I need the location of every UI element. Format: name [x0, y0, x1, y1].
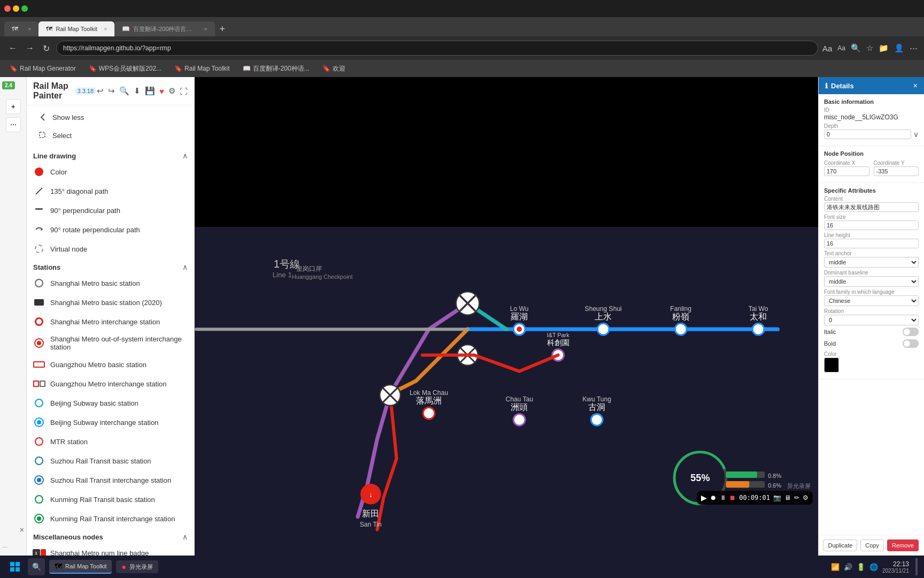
bookmark-rail-map-gen[interactable]: 🔖 Rail Map Generator — [6, 64, 79, 73]
sz-basic-tool[interactable]: Suzhou Rail Transit basic station — [27, 451, 194, 470]
map-area[interactable]: 港铁未来发展线路图 System Map bilibili~南方地铁 1号線 L… — [195, 77, 818, 556]
coord-y-input[interactable] — [874, 166, 919, 176]
play-icon[interactable]: ▶ — [701, 493, 707, 502]
bold-toggle[interactable] — [903, 339, 919, 348]
stations-toggle-icon[interactable]: ∧ — [182, 263, 188, 271]
save-icon[interactable]: 💾 — [145, 86, 155, 96]
video-controls[interactable]: ▶ ⏺ ⏸ ⏹ 00:09:01 📷 🖥 ✏ ⚙ — [697, 491, 813, 505]
station-fanling-dot[interactable] — [675, 323, 687, 335]
back-button[interactable]: ← — [6, 41, 19, 55]
redo-icon[interactable]: ↪ — [108, 86, 115, 96]
maximize-btn[interactable] — [21, 5, 28, 12]
content-input[interactable] — [824, 202, 919, 212]
sh-oos-tool[interactable]: Shanghai Metro out-of-system interchange… — [27, 331, 194, 355]
station-kwutung-dot[interactable] — [591, 414, 603, 425]
zoom-icon[interactable]: 🔍 — [119, 86, 129, 96]
close-btn[interactable] — [4, 5, 11, 12]
screenshot-icon[interactable]: 🖥 — [784, 494, 791, 501]
favorite-icon[interactable]: ☆ — [866, 43, 873, 53]
refresh-button[interactable]: ↻ — [41, 41, 52, 56]
tab-close-icon[interactable]: × — [28, 26, 31, 32]
record-icon[interactable]: ⏺ — [710, 494, 717, 501]
station-taiwo-dot[interactable] — [752, 323, 764, 335]
bj-basic-tool[interactable]: Beijing Subway basic station — [27, 393, 194, 413]
italic-toggle[interactable] — [903, 328, 919, 336]
bookmark-rmt[interactable]: 🔖 Rail Map Toolkit — [171, 64, 233, 73]
dominant-baseline-select[interactable]: middle auto hanging — [824, 276, 919, 287]
edit-icon[interactable]: ✏ — [794, 494, 799, 501]
remove-button[interactable]: Remove — [887, 539, 919, 551]
sh-basic-station-tool[interactable]: Shanghai Metro basic station — [27, 273, 194, 293]
details-close-icon[interactable]: × — [913, 81, 918, 90]
font-size-input[interactable] — [824, 220, 919, 230]
search-icon[interactable]: 🔍 — [851, 43, 861, 53]
sz-interchange-tool[interactable]: Suzhou Rail Transit interchange station — [27, 470, 194, 490]
station-sheungshui-dot[interactable] — [597, 323, 609, 335]
wifi-tray-icon[interactable]: 📶 — [831, 563, 840, 571]
undo-icon[interactable]: ↩ — [97, 86, 104, 96]
taskbar-search-icon[interactable]: 🔍 — [28, 558, 45, 575]
more-options-button[interactable]: ⋯ — [6, 117, 21, 132]
station-chautau-dot[interactable] — [513, 414, 525, 425]
tab-close-2-icon[interactable]: × — [204, 26, 207, 32]
km-basic-tool[interactable]: Kunming Rail Transit basic station — [27, 490, 194, 509]
gz-basic-tool[interactable]: Guangzhou Metro basic station — [27, 355, 194, 374]
text-anchor-select[interactable]: middle start end — [824, 257, 919, 268]
close-left-panel-icon[interactable]: × — [20, 526, 24, 534]
tab-close-active-icon[interactable]: × — [104, 26, 107, 32]
profile-icon[interactable]: 👤 — [894, 43, 904, 53]
sh-num-badge-tool[interactable]: 1 Shanghai Metro num line badge — [27, 543, 194, 556]
coord-x-input[interactable] — [824, 166, 869, 176]
km-interchange-tool[interactable]: Kunming Rail Transit interchange station — [27, 509, 194, 528]
show-less-button[interactable]: Show less — [33, 109, 188, 126]
color-swatch[interactable] — [824, 358, 839, 372]
collections-icon[interactable]: 📁 — [879, 43, 889, 53]
forward-button[interactable]: → — [24, 41, 36, 55]
duplicate-button[interactable]: Duplicate — [823, 539, 857, 551]
add-button[interactable]: + — [6, 99, 21, 114]
copy-button[interactable]: Copy — [860, 539, 884, 551]
taskbar-app-rmt[interactable]: 🗺 Rail Map Toolkit — [49, 560, 112, 574]
show-desktop-button[interactable] — [915, 558, 918, 575]
network-tray-icon[interactable]: 🌐 — [869, 563, 878, 571]
font-family-lang-select[interactable]: Chinese English Japanese — [824, 295, 919, 306]
line-drawing-toggle-icon[interactable]: ∧ — [182, 151, 188, 160]
heart-icon[interactable]: ♥ — [159, 87, 164, 96]
sound-tray-icon[interactable]: 🔊 — [844, 563, 852, 571]
more-icon[interactable]: ⋯ — [910, 43, 918, 53]
bookmark-welcome[interactable]: 🔖 欢迎 — [319, 63, 349, 74]
translate-icon[interactable]: Aa — [822, 44, 832, 53]
line-height-input[interactable] — [824, 239, 919, 248]
select-button[interactable]: Select — [33, 127, 188, 144]
expand-icon[interactable]: ⛶ — [180, 87, 188, 96]
pause-icon[interactable]: ⏸ — [720, 494, 726, 501]
rotation-select[interactable]: 0 90 180 270 — [824, 315, 919, 325]
windows-start-icon[interactable] — [6, 558, 24, 575]
virtual-node-tool[interactable]: Virtual node — [27, 239, 194, 258]
rotate90-tool[interactable]: 90° rotate perpendicular path — [27, 220, 194, 239]
minimize-btn[interactable] — [13, 5, 19, 12]
perp90-tool[interactable]: 90° perpendicular path — [27, 201, 194, 220]
gz-interchange-tool[interactable]: Guangzhou Metro interchange station — [27, 374, 194, 393]
misc-toggle-icon[interactable]: ∧ — [182, 533, 188, 541]
depth-dropdown-icon[interactable]: ∨ — [913, 130, 919, 139]
stop-icon[interactable]: ⏹ — [729, 494, 736, 501]
bookmark-wps[interactable]: 🔖 WPS会员破解版202... — [86, 63, 165, 74]
more-left-button[interactable]: ⋯ — [2, 544, 7, 550]
tab-active[interactable]: 🗺 Rail Map Toolkit × — [38, 21, 114, 36]
taskbar-app-yglp[interactable]: ● 异光录屏 — [116, 560, 158, 573]
battery-tray-icon[interactable]: 🔋 — [857, 563, 865, 571]
camera-icon[interactable]: 📷 — [773, 494, 781, 501]
clock-display[interactable]: 22:13 2023/11/21 — [882, 560, 909, 574]
sh-basic-2020-tool[interactable]: Shanghai Metro basic station (2020) — [27, 293, 194, 312]
new-tab-button[interactable]: + — [215, 21, 230, 36]
bookmark-baidu[interactable]: 📖 百度翻译-200种语... — [240, 63, 313, 74]
bj-interchange-tool[interactable]: Beijing Subway interchange station — [27, 413, 194, 432]
tab-inactive-1[interactable]: 🗺 × — [4, 21, 38, 36]
address-input[interactable] — [56, 41, 818, 56]
tab-inactive-2[interactable]: 📖 百度翻译-200种语言互译·淘云 × — [114, 21, 214, 36]
download-icon[interactable]: ⬇ — [134, 86, 141, 96]
color-tool[interactable]: Color — [27, 162, 194, 181]
sh-interchange-tool[interactable]: Shanghai Metro interchange station — [27, 312, 194, 331]
mtr-tool[interactable]: MTR station — [27, 432, 194, 451]
